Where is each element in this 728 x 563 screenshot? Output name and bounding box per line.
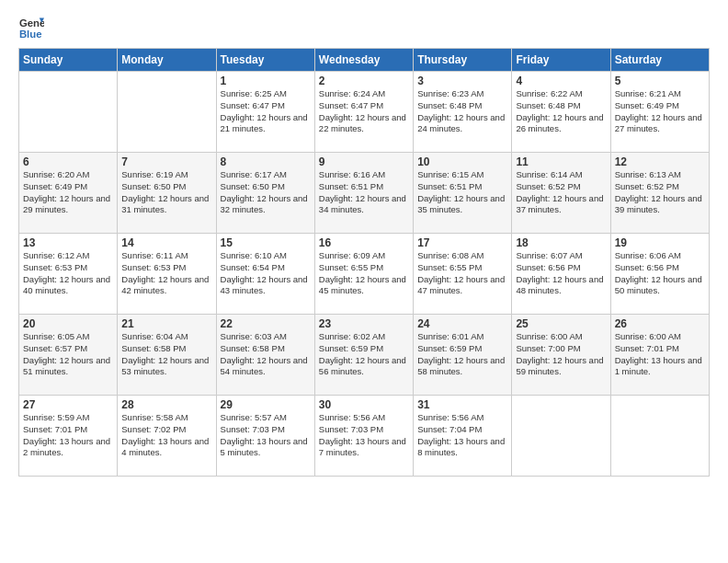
day-number: 2 (319, 75, 409, 87)
day-number: 8 (221, 155, 311, 168)
calendar-cell: 31Sunrise: 5:56 AM Sunset: 7:04 PM Dayli… (414, 396, 512, 477)
day-info: Sunrise: 6:11 AM Sunset: 6:53 PM Dayligh… (121, 250, 211, 297)
calendar-cell: 30Sunrise: 5:56 AM Sunset: 7:03 PM Dayli… (314, 396, 413, 477)
day-info: Sunrise: 5:57 AM Sunset: 7:03 PM Dayligh… (221, 412, 311, 459)
calendar-cell: 24Sunrise: 6:01 AM Sunset: 6:59 PM Dayli… (414, 315, 512, 396)
day-info: Sunrise: 5:56 AM Sunset: 7:04 PM Dayligh… (417, 412, 507, 459)
calendar-cell (118, 72, 216, 153)
svg-text:Blue: Blue (19, 29, 42, 40)
day-number: 9 (319, 155, 409, 168)
day-info: Sunrise: 5:59 AM Sunset: 7:01 PM Dayligh… (23, 412, 113, 459)
calendar-cell: 25Sunrise: 6:00 AM Sunset: 7:00 PM Dayli… (512, 315, 610, 396)
weekday-header: Tuesday (216, 49, 314, 72)
calendar-cell (512, 396, 610, 477)
calendar-cell: 8Sunrise: 6:17 AM Sunset: 6:50 PM Daylig… (216, 153, 314, 234)
calendar-cell: 22Sunrise: 6:03 AM Sunset: 6:58 PM Dayli… (216, 315, 314, 396)
day-number: 22 (221, 317, 311, 330)
day-number: 19 (615, 236, 705, 249)
calendar-cell: 10Sunrise: 6:15 AM Sunset: 6:51 PM Dayli… (414, 153, 512, 234)
day-number: 28 (121, 398, 211, 411)
weekday-header: Saturday (610, 49, 709, 72)
header: General Blue (18, 15, 710, 40)
calendar-page: General Blue SundayMondayTuesdayWednesda… (0, 0, 728, 486)
day-number: 6 (23, 155, 113, 168)
day-info: Sunrise: 6:10 AM Sunset: 6:54 PM Dayligh… (221, 250, 311, 297)
day-number: 17 (417, 236, 507, 249)
calendar-cell: 12Sunrise: 6:13 AM Sunset: 6:52 PM Dayli… (610, 153, 709, 234)
day-info: Sunrise: 6:00 AM Sunset: 7:00 PM Dayligh… (516, 331, 606, 378)
day-info: Sunrise: 6:14 AM Sunset: 6:52 PM Dayligh… (516, 169, 606, 216)
day-info: Sunrise: 5:56 AM Sunset: 7:03 PM Dayligh… (319, 412, 409, 459)
day-number: 10 (417, 155, 507, 168)
weekday-header: Friday (512, 49, 610, 72)
calendar-week-row: 27Sunrise: 5:59 AM Sunset: 7:01 PM Dayli… (19, 396, 710, 477)
day-number: 21 (121, 317, 211, 330)
day-info: Sunrise: 6:03 AM Sunset: 6:58 PM Dayligh… (221, 331, 311, 378)
calendar-table: SundayMondayTuesdayWednesdayThursdayFrid… (18, 48, 710, 477)
day-info: Sunrise: 6:16 AM Sunset: 6:51 PM Dayligh… (319, 169, 409, 216)
day-number: 18 (516, 236, 606, 249)
calendar-cell: 6Sunrise: 6:20 AM Sunset: 6:49 PM Daylig… (19, 153, 118, 234)
day-info: Sunrise: 6:20 AM Sunset: 6:49 PM Dayligh… (23, 169, 113, 216)
day-number: 3 (417, 75, 507, 87)
weekday-header: Sunday (19, 49, 118, 72)
calendar-body: 1Sunrise: 6:25 AM Sunset: 6:47 PM Daylig… (19, 72, 710, 477)
calendar-cell: 29Sunrise: 5:57 AM Sunset: 7:03 PM Dayli… (216, 396, 314, 477)
calendar-cell: 11Sunrise: 6:14 AM Sunset: 6:52 PM Dayli… (512, 153, 610, 234)
calendar-cell: 20Sunrise: 6:05 AM Sunset: 6:57 PM Dayli… (19, 315, 118, 396)
weekday-header: Wednesday (314, 49, 413, 72)
calendar-cell: 2Sunrise: 6:24 AM Sunset: 6:47 PM Daylig… (314, 72, 413, 153)
day-info: Sunrise: 6:23 AM Sunset: 6:48 PM Dayligh… (417, 88, 507, 135)
day-number: 4 (516, 75, 606, 87)
day-number: 5 (615, 75, 705, 87)
day-info: Sunrise: 6:05 AM Sunset: 6:57 PM Dayligh… (23, 331, 113, 378)
day-info: Sunrise: 6:08 AM Sunset: 6:55 PM Dayligh… (417, 250, 507, 297)
calendar-cell: 19Sunrise: 6:06 AM Sunset: 6:56 PM Dayli… (610, 234, 709, 315)
day-info: Sunrise: 6:04 AM Sunset: 6:58 PM Dayligh… (121, 331, 211, 378)
day-info: Sunrise: 6:13 AM Sunset: 6:52 PM Dayligh… (615, 169, 705, 216)
calendar-week-row: 20Sunrise: 6:05 AM Sunset: 6:57 PM Dayli… (19, 315, 710, 396)
calendar-cell: 4Sunrise: 6:22 AM Sunset: 6:48 PM Daylig… (512, 72, 610, 153)
calendar-cell: 14Sunrise: 6:11 AM Sunset: 6:53 PM Dayli… (118, 234, 216, 315)
day-info: Sunrise: 6:22 AM Sunset: 6:48 PM Dayligh… (516, 88, 606, 135)
day-info: Sunrise: 6:00 AM Sunset: 7:01 PM Dayligh… (615, 331, 705, 378)
day-number: 26 (615, 317, 705, 330)
day-number: 1 (221, 75, 311, 87)
day-info: Sunrise: 6:24 AM Sunset: 6:47 PM Dayligh… (319, 88, 409, 135)
calendar-cell: 17Sunrise: 6:08 AM Sunset: 6:55 PM Dayli… (414, 234, 512, 315)
day-number: 24 (417, 317, 507, 330)
day-number: 25 (516, 317, 606, 330)
day-number: 13 (23, 236, 113, 249)
calendar-week-row: 1Sunrise: 6:25 AM Sunset: 6:47 PM Daylig… (19, 72, 710, 153)
day-number: 27 (23, 398, 113, 411)
day-info: Sunrise: 6:21 AM Sunset: 6:49 PM Dayligh… (615, 88, 705, 135)
calendar-cell: 28Sunrise: 5:58 AM Sunset: 7:02 PM Dayli… (118, 396, 216, 477)
calendar-week-row: 6Sunrise: 6:20 AM Sunset: 6:49 PM Daylig… (19, 153, 710, 234)
day-info: Sunrise: 6:25 AM Sunset: 6:47 PM Dayligh… (221, 88, 311, 135)
calendar-cell: 7Sunrise: 6:19 AM Sunset: 6:50 PM Daylig… (118, 153, 216, 234)
day-number: 30 (319, 398, 409, 411)
calendar-cell: 5Sunrise: 6:21 AM Sunset: 6:49 PM Daylig… (610, 72, 709, 153)
day-number: 16 (319, 236, 409, 249)
calendar-week-row: 13Sunrise: 6:12 AM Sunset: 6:53 PM Dayli… (19, 234, 710, 315)
calendar-cell: 21Sunrise: 6:04 AM Sunset: 6:58 PM Dayli… (118, 315, 216, 396)
calendar-cell (19, 72, 118, 153)
calendar-cell: 18Sunrise: 6:07 AM Sunset: 6:56 PM Dayli… (512, 234, 610, 315)
day-info: Sunrise: 6:06 AM Sunset: 6:56 PM Dayligh… (615, 250, 705, 297)
calendar-cell: 15Sunrise: 6:10 AM Sunset: 6:54 PM Dayli… (216, 234, 314, 315)
day-info: Sunrise: 6:17 AM Sunset: 6:50 PM Dayligh… (221, 169, 311, 216)
weekday-row: SundayMondayTuesdayWednesdayThursdayFrid… (19, 49, 710, 72)
day-number: 15 (221, 236, 311, 249)
day-number: 7 (121, 155, 211, 168)
weekday-header: Thursday (414, 49, 512, 72)
logo-icon: General Blue (18, 15, 44, 40)
calendar-cell: 1Sunrise: 6:25 AM Sunset: 6:47 PM Daylig… (216, 72, 314, 153)
day-number: 11 (516, 155, 606, 168)
day-number: 20 (23, 317, 113, 330)
logo: General Blue (18, 15, 46, 40)
day-number: 29 (221, 398, 311, 411)
calendar-cell: 26Sunrise: 6:00 AM Sunset: 7:01 PM Dayli… (610, 315, 709, 396)
day-number: 23 (319, 317, 409, 330)
day-info: Sunrise: 6:15 AM Sunset: 6:51 PM Dayligh… (417, 169, 507, 216)
calendar-cell: 16Sunrise: 6:09 AM Sunset: 6:55 PM Dayli… (314, 234, 413, 315)
